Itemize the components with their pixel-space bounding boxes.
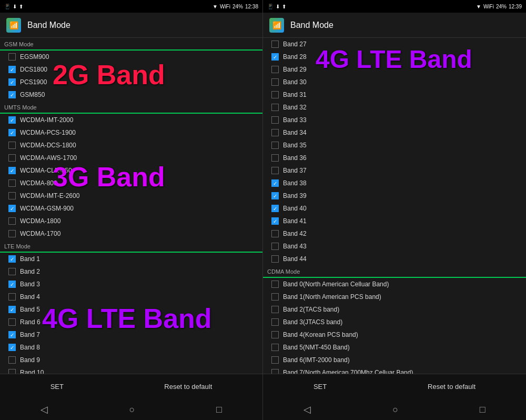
r-lte-band40-cb[interactable] [271,205,279,212]
right-back-icon[interactable]: ◁ [304,404,311,415]
gsm-dcs1800[interactable]: DCS1800 [0,63,262,76]
r-lte-band28-cb[interactable] [271,53,279,61]
wcdma-imte2600[interactable]: WCDMA-IMT-E-2600 [0,189,262,202]
wcdma-gsm900[interactable]: WCDMA-GSM-900 [0,202,262,215]
wcdma-imte2600-cb[interactable] [8,192,16,199]
right-home-icon[interactable]: ○ [392,404,398,415]
r-lte-band39-cb[interactable] [271,192,279,199]
r-lte-band34[interactable]: Band 34 [263,126,526,139]
r-lte-band27-cb[interactable] [271,41,279,48]
r-lte-band31[interactable]: Band 31 [263,88,526,101]
left-set-button[interactable]: SET [40,378,74,395]
wcdma-1700-cb[interactable] [8,230,16,237]
wcdma-imt2000[interactable]: WCDMA-IMT-2000 [0,114,262,126]
cdma-band4[interactable]: Band 4(Korean PCS band) [263,328,526,341]
cdma-band7-cb[interactable] [271,369,279,374]
r-lte-band42[interactable]: Band 42 [263,227,526,240]
cdma-band2[interactable]: Band 2(TACS band) [263,303,526,316]
lte-band4[interactable]: Band 4 [0,291,262,303]
r-lte-band37-cb[interactable] [271,167,279,174]
r-lte-band31-cb[interactable] [271,91,279,98]
wcdma-pcs1900-cb[interactable] [8,129,16,136]
r-lte-band42-cb[interactable] [271,230,279,237]
wcdma-clr850-cb[interactable] [8,167,16,174]
r-lte-band41[interactable]: Band 41 [263,215,526,227]
lte-band7[interactable]: Band 7 [0,328,262,341]
r-lte-band27[interactable]: Band 27 [263,38,526,51]
r-lte-band30-cb[interactable] [271,78,279,86]
r-lte-band34-cb[interactable] [271,129,279,136]
cdma-band6[interactable]: Band 6(IMT-2000 band) [263,354,526,366]
wcdma-dcs1800[interactable]: WCDMA-DCS-1800 [0,139,262,152]
cdma-band1[interactable]: Band 1(North American PCS band) [263,291,526,303]
gsm-pcs1900[interactable]: PCS1900 [0,76,262,88]
right-scroll[interactable]: Band 27 Band 28 4G LTE Band Band 29 Band… [263,38,526,374]
wcdma-clr850[interactable]: WCDMA-CLR-850 [0,164,262,177]
wcdma-800-cb[interactable] [8,179,16,187]
cdma-band4-cb[interactable] [271,331,279,338]
wcdma-1800-cb[interactable] [8,217,16,225]
cdma-band3[interactable]: Band 3(JTACS band) [263,316,526,328]
gsm-egsm900-checkbox[interactable] [8,53,16,61]
lte-band2[interactable]: Band 2 [0,265,262,278]
r-lte-band36-cb[interactable] [271,154,279,162]
r-lte-band29[interactable]: Band 29 [263,63,526,76]
r-lte-band44-cb[interactable] [271,255,279,263]
lte-band5[interactable]: Band 5 [0,303,262,316]
r-lte-band30[interactable]: Band 30 [263,76,526,88]
r-lte-band39[interactable]: Band 39 [263,189,526,202]
r-lte-band40[interactable]: Band 40 [263,202,526,215]
left-recents-icon[interactable]: □ [216,404,222,415]
lte-band7-cb[interactable] [8,331,16,338]
left-back-icon[interactable]: ◁ [41,404,48,415]
gsm-pcs1900-checkbox[interactable] [8,78,16,86]
lte-band1-cb[interactable] [8,255,16,263]
r-lte-band43[interactable]: Band 43 [263,240,526,253]
r-lte-band32-cb[interactable] [271,104,279,111]
r-lte-band41-cb[interactable] [271,217,279,225]
cdma-band0-cb[interactable] [271,281,279,288]
gsm-dcs1800-checkbox[interactable] [8,66,16,73]
wcdma-gsm900-cb[interactable] [8,205,16,212]
cdma-band5[interactable]: Band 5(NMT-450 Band) [263,341,526,354]
lte-band5-cb[interactable] [8,306,16,313]
cdma-band6-cb[interactable] [271,356,279,364]
wcdma-imt2000-cb[interactable] [8,116,16,124]
r-lte-band37[interactable]: Band 37 [263,164,526,177]
r-lte-band33-cb[interactable] [271,116,279,124]
lte-band10[interactable]: Rand 10 [0,366,262,374]
lte-band3-cb[interactable] [8,281,16,288]
cdma-band1-cb[interactable] [271,293,279,301]
r-lte-band44[interactable]: Band 44 [263,253,526,265]
left-home-icon[interactable]: ○ [129,404,135,415]
lte-band8[interactable]: Band 8 [0,341,262,354]
lte-band8-cb[interactable] [8,344,16,351]
right-recents-icon[interactable]: □ [480,404,485,415]
wcdma-pcs1900[interactable]: WCDMA-PCS-1900 [0,126,262,139]
cdma-band5-cb[interactable] [271,344,279,351]
cdma-band0[interactable]: Band 0(North American Celluar Band) [263,278,526,291]
lte-band9[interactable]: Band 9 [0,354,262,366]
r-lte-band36[interactable]: Band 36 [263,152,526,164]
wcdma-800[interactable]: WCDMA-800 [0,177,262,189]
lte-band4-cb[interactable] [8,293,16,301]
r-lte-band43-cb[interactable] [271,243,279,250]
wcdma-1800[interactable]: WCDMA-1800 [0,215,262,227]
left-scroll[interactable]: GSM Mode EGSM900 DCS1800 PCS1900 GSM850 … [0,38,262,374]
gsm-egsm900[interactable]: EGSM900 [0,51,262,63]
lte-band6[interactable]: Rand 6 [0,316,262,328]
lte-band3[interactable]: Band 3 [0,278,262,291]
lte-band10-cb[interactable] [8,369,16,374]
right-set-button[interactable]: SET [303,378,337,395]
r-lte-band35-cb[interactable] [271,142,279,149]
r-lte-band28[interactable]: Band 28 [263,51,526,63]
r-lte-band32[interactable]: Band 32 [263,101,526,114]
cdma-band7[interactable]: Band 7(North American 700Mhz Celluar Ban… [263,366,526,374]
lte-band6-cb[interactable] [8,318,16,326]
lte-band2-cb[interactable] [8,268,16,275]
gsm-gsm850[interactable]: GSM850 [0,88,262,101]
cdma-band2-cb[interactable] [271,306,279,313]
gsm-gsm850-checkbox[interactable] [8,91,16,98]
lte-band9-cb[interactable] [8,356,16,364]
r-lte-band29-cb[interactable] [271,66,279,73]
